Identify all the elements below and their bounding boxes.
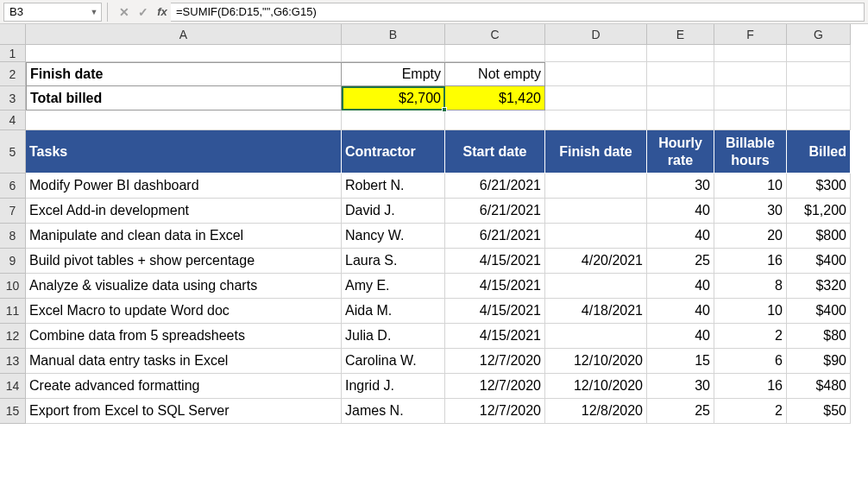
row-header[interactable]: 6 (0, 174, 26, 199)
cell-rate[interactable]: 15 (647, 349, 714, 374)
cell-notempty-label[interactable]: Not empty (445, 62, 545, 86)
cell-start[interactable]: 6/21/2021 (445, 224, 545, 249)
cell-finish[interactable]: 12/8/2020 (545, 399, 647, 424)
cell-rate[interactable]: 40 (647, 299, 714, 324)
th-finish[interactable]: Finish date (545, 130, 647, 174)
row-header[interactable]: 11 (0, 299, 26, 324)
cell[interactable] (445, 110, 545, 130)
cell[interactable] (714, 110, 787, 130)
cell-billed[interactable]: $400 (787, 299, 851, 324)
cell[interactable] (26, 45, 342, 62)
cell-rate[interactable]: 40 (647, 324, 714, 349)
col-header[interactable]: D (545, 24, 647, 45)
cell[interactable] (787, 45, 851, 62)
cell-task[interactable]: Modify Power BI dashboard (26, 174, 342, 199)
cell-task[interactable]: Export from Excel to SQL Server (26, 399, 342, 424)
cell-hours[interactable]: 30 (714, 199, 787, 224)
cancel-icon[interactable]: ✕ (115, 3, 134, 22)
cell[interactable] (714, 45, 787, 62)
cell-billed[interactable]: $90 (787, 349, 851, 374)
cell-start[interactable]: 4/15/2021 (445, 299, 545, 324)
cell-rate[interactable]: 40 (647, 199, 714, 224)
cell-start[interactable]: 6/21/2021 (445, 174, 545, 199)
cell-contractor[interactable]: Carolina W. (342, 349, 445, 374)
row-header[interactable]: 9 (0, 249, 26, 274)
cell-billed[interactable]: $80 (787, 324, 851, 349)
row-header[interactable]: 12 (0, 324, 26, 349)
col-header[interactable]: F (714, 24, 787, 45)
cell-start[interactable]: 12/7/2020 (445, 399, 545, 424)
col-header[interactable]: C (445, 24, 545, 45)
cell[interactable] (787, 62, 851, 86)
cell-finish-label[interactable]: Finish date (26, 62, 342, 86)
row-header[interactable]: 3 (0, 86, 26, 110)
cell-finish[interactable] (545, 324, 647, 349)
cell[interactable] (647, 45, 714, 62)
cell-rate[interactable]: 25 (647, 249, 714, 274)
name-box[interactable] (4, 3, 87, 21)
cell-finish[interactable] (545, 274, 647, 299)
row-header[interactable]: 7 (0, 199, 26, 224)
cell[interactable] (714, 86, 787, 110)
th-start[interactable]: Start date (445, 130, 545, 174)
row-header[interactable]: 10 (0, 274, 26, 299)
cell-hours[interactable]: 16 (714, 249, 787, 274)
cell[interactable] (647, 86, 714, 110)
cell[interactable] (342, 110, 445, 130)
cell-task[interactable]: Excel Macro to update Word doc (26, 299, 342, 324)
cell-total-label[interactable]: Total billed (26, 86, 342, 110)
cell-finish[interactable]: 4/20/2021 (545, 249, 647, 274)
cell-contractor[interactable]: Laura S. (342, 249, 445, 274)
select-all-corner[interactable] (0, 24, 26, 45)
col-header[interactable]: A (26, 24, 342, 45)
cell-start[interactable]: 12/7/2020 (445, 349, 545, 374)
cell-task[interactable]: Combine data from 5 spreadsheets (26, 324, 342, 349)
cell-contractor[interactable]: Aida M. (342, 299, 445, 324)
col-header[interactable]: B (342, 24, 445, 45)
th-tasks[interactable]: Tasks (26, 130, 342, 174)
cell-start[interactable]: 6/21/2021 (445, 199, 545, 224)
cell-task[interactable]: Build pivot tables + show percentage (26, 249, 342, 274)
cell[interactable] (647, 62, 714, 86)
row-header[interactable]: 13 (0, 349, 26, 374)
cell-billed[interactable]: $300 (787, 174, 851, 199)
cell-task[interactable]: Analyze & visualize data using charts (26, 274, 342, 299)
cell-contractor[interactable]: Robert N. (342, 174, 445, 199)
cell[interactable] (545, 45, 647, 62)
cell-hours[interactable]: 6 (714, 349, 787, 374)
cell-start[interactable]: 12/7/2020 (445, 374, 545, 399)
row-header[interactable]: 8 (0, 224, 26, 249)
cell-task[interactable]: Create advanced formatting (26, 374, 342, 399)
cell[interactable] (714, 62, 787, 86)
cell-hours[interactable]: 20 (714, 224, 787, 249)
cell-contractor[interactable]: James N. (342, 399, 445, 424)
cell-empty-total[interactable]: $2,700 (342, 86, 445, 110)
cell-billed[interactable]: $320 (787, 274, 851, 299)
cell-start[interactable]: 4/15/2021 (445, 249, 545, 274)
cell-finish[interactable]: 4/18/2021 (545, 299, 647, 324)
cell[interactable] (545, 62, 647, 86)
cell-billed[interactable]: $50 (787, 399, 851, 424)
row-header[interactable]: 1 (0, 45, 26, 62)
cell-task[interactable]: Manual data entry tasks in Excel (26, 349, 342, 374)
th-contractor[interactable]: Contractor (342, 130, 445, 174)
cell[interactable] (787, 86, 851, 110)
cell-hours[interactable]: 10 (714, 299, 787, 324)
cell[interactable] (787, 110, 851, 130)
cell-finish[interactable] (545, 199, 647, 224)
cell-billed[interactable]: $1,200 (787, 199, 851, 224)
cell[interactable] (445, 45, 545, 62)
cell[interactable] (647, 110, 714, 130)
cell-hours[interactable]: 2 (714, 324, 787, 349)
cell-rate[interactable]: 30 (647, 374, 714, 399)
fx-icon[interactable]: fx (153, 3, 172, 22)
cell[interactable] (545, 110, 647, 130)
cell-rate[interactable]: 25 (647, 399, 714, 424)
cell-billed[interactable]: $400 (787, 249, 851, 274)
row-header[interactable]: 15 (0, 399, 26, 424)
cell-task[interactable]: Excel Add-in development (26, 199, 342, 224)
cells-area[interactable]: Finish date Empty Not empty Total billed… (26, 45, 851, 424)
cell-finish[interactable]: 12/10/2020 (545, 374, 647, 399)
row-header[interactable]: 2 (0, 62, 26, 86)
cell[interactable] (26, 110, 342, 130)
